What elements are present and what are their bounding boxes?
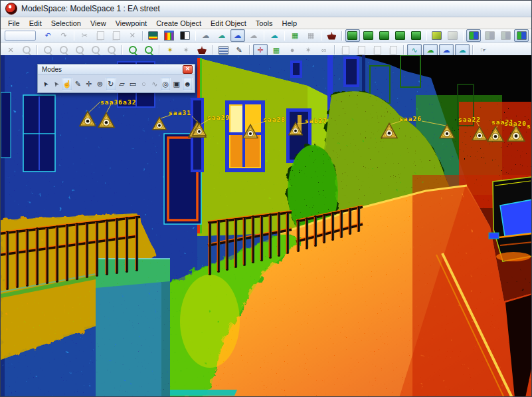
menu-edit-object[interactable]: Edit Object xyxy=(206,19,251,28)
pan-hand-button[interactable]: ☞ xyxy=(476,44,491,57)
menu-view[interactable]: View xyxy=(86,19,111,28)
zoom-extents-button[interactable] xyxy=(88,44,103,57)
cut-button[interactable]: ✂ xyxy=(77,29,92,42)
zoom-window-button[interactable] xyxy=(72,44,87,57)
view-cloud-green-button[interactable]: ☁ xyxy=(423,44,438,57)
copy-button[interactable] xyxy=(93,29,108,42)
seek-star-button[interactable]: ✶ xyxy=(163,44,177,57)
modelspace-view-4-button[interactable] xyxy=(393,29,408,42)
modelspace-view-1-button[interactable] xyxy=(345,29,360,42)
fence-circle-button[interactable]: ○ xyxy=(139,77,149,91)
target-label[interactable]: saa22 xyxy=(458,116,481,123)
menu-help[interactable]: Help xyxy=(278,19,302,28)
anchor-ship-button[interactable] xyxy=(195,44,209,57)
star-tool-button[interactable]: ✶ xyxy=(301,44,315,57)
copy-a-button[interactable] xyxy=(338,44,353,57)
target-label[interactable]: s xyxy=(527,122,531,130)
toolbar-separator xyxy=(284,31,285,41)
target-label[interactable]: saa28 xyxy=(263,116,286,123)
undo-button[interactable]: ↶ xyxy=(41,29,55,42)
keyframe-c-button[interactable] xyxy=(498,29,513,42)
sketch-button[interactable]: ✎ xyxy=(232,44,246,57)
modes-palette[interactable]: Modes ✕ ➤ ➤ ☝ ✎ ✛ ⊛ ↻ ▱ ▭ ○ ∿ ◎ ▣ ☻ xyxy=(37,64,195,93)
delete-button[interactable]: ✕ xyxy=(125,29,139,42)
black-white-render-button[interactable] xyxy=(178,29,193,42)
keyframe-b-button[interactable] xyxy=(482,29,497,42)
target-label[interactable]: sab27 xyxy=(305,117,327,124)
annotation-faded-button[interactable] xyxy=(446,29,460,42)
view-selector-field[interactable] xyxy=(5,31,36,41)
scanworld-gray-button[interactable]: ☁ xyxy=(199,29,213,42)
annotation-icon xyxy=(432,31,442,40)
modelspace-view-2-button[interactable] xyxy=(361,29,376,42)
zoom-cloud-a-button[interactable] xyxy=(126,44,140,57)
point-mode-button[interactable]: ☝ xyxy=(62,77,72,91)
modes-title-bar[interactable]: Modes ✕ xyxy=(38,65,195,75)
layers-button[interactable] xyxy=(216,44,230,57)
blob-button[interactable]: ● xyxy=(285,44,300,57)
zoom-cloud-b-button[interactable] xyxy=(141,44,156,57)
copy-c-button[interactable] xyxy=(370,44,385,57)
copy-b-button[interactable] xyxy=(354,44,369,57)
modelspace-view-3-button[interactable] xyxy=(377,29,392,42)
menu-viewpoint[interactable]: Viewpoint xyxy=(111,19,152,28)
view-cloud-teal-button[interactable]: ☁ xyxy=(455,44,470,57)
zoom-out-button[interactable] xyxy=(56,44,71,57)
target-label[interactable]: saa31 xyxy=(169,109,191,116)
zoom-previous-button[interactable] xyxy=(104,44,119,57)
menu-create-object[interactable]: Create Object xyxy=(151,19,206,28)
title-bar[interactable]: ModelSpace: ModelSpace 1 : EA street xyxy=(1,1,531,17)
copy-d-button[interactable] xyxy=(386,44,400,57)
zoom-region-mode-button[interactable]: ◎ xyxy=(161,77,171,91)
scanworld-current-button[interactable]: ☁ xyxy=(230,29,245,42)
modelspace-view-5-button[interactable] xyxy=(409,29,424,42)
orbit-mode-button[interactable]: ⊛ xyxy=(95,77,105,91)
point-color-map-button[interactable] xyxy=(146,29,161,42)
keyframe-a-button[interactable] xyxy=(466,29,481,42)
menu-edit[interactable]: Edit xyxy=(25,19,46,28)
scanworld-faded-button[interactable]: ☁ xyxy=(246,29,261,42)
grid-on-button[interactable]: ▦ xyxy=(288,29,302,42)
fence-polygon-button[interactable]: ▱ xyxy=(117,77,127,91)
menu-file[interactable]: File xyxy=(3,19,25,28)
cube-view-mode-button[interactable]: ▣ xyxy=(171,77,181,91)
close-icon[interactable]: ✕ xyxy=(183,65,193,74)
menu-selection[interactable]: Selection xyxy=(46,19,86,28)
axes-origin-button[interactable]: ✛ xyxy=(253,44,268,57)
cloud-update-button[interactable]: ☁ xyxy=(267,29,282,42)
translate-mode-button[interactable]: ✛ xyxy=(84,77,94,91)
multi-pick-button[interactable]: ✕ xyxy=(3,44,18,57)
scanworld-teal-button[interactable]: ☁ xyxy=(215,29,229,42)
zoom-small-button[interactable] xyxy=(19,44,34,57)
zoom-in-button[interactable] xyxy=(41,44,55,57)
menu-tools[interactable]: Tools xyxy=(251,19,278,28)
point-cloud-viewport[interactable]: saa36a32 saa31 saa29 saa28 sab27 saa26 s… xyxy=(1,55,532,397)
ship-reference-button[interactable] xyxy=(324,29,339,42)
grid-snap-button[interactable]: ▦ xyxy=(269,44,284,57)
spin-mode-button[interactable]: ↻ xyxy=(106,77,116,91)
fence-rectangle-button[interactable]: ▭ xyxy=(128,77,137,91)
grid-off-button[interactable]: ▦ xyxy=(304,29,318,42)
target-label[interactable]: saa26 xyxy=(399,115,422,122)
fence-freehand-button[interactable]: ∿ xyxy=(149,77,159,91)
color-palette-button[interactable] xyxy=(162,29,177,42)
keyframe-d-button[interactable] xyxy=(514,29,529,42)
view-wave-mode-button[interactable]: ∿ xyxy=(407,44,422,57)
select-mode-button[interactable]: ➤ xyxy=(40,77,50,91)
multi-select-mode-button[interactable]: ➤ xyxy=(50,77,60,91)
target-label[interactable]: saa29 xyxy=(207,114,230,121)
rectangle-icon: ▭ xyxy=(130,80,136,88)
magnifier-green-icon xyxy=(129,46,137,54)
pick-pen-mode-button[interactable]: ✎ xyxy=(73,77,83,91)
spin-arrow-icon: ↻ xyxy=(108,80,114,88)
target-label[interactable]: saa36a32 xyxy=(100,98,137,106)
orbit-sphere-icon: ⊛ xyxy=(97,80,103,88)
link-tool-button[interactable]: ∞ xyxy=(317,44,331,57)
redo-button[interactable]: ↷ xyxy=(56,29,71,42)
seek-faded-button[interactable]: ✶ xyxy=(179,44,193,57)
paste-button[interactable] xyxy=(109,29,124,42)
annotation-green-button[interactable] xyxy=(430,29,444,42)
target-label[interactable]: saa20 xyxy=(504,120,527,127)
view-cloud-blue-button[interactable]: ☁ xyxy=(439,44,454,57)
seek-camera-mode-button[interactable]: ☻ xyxy=(183,77,193,91)
